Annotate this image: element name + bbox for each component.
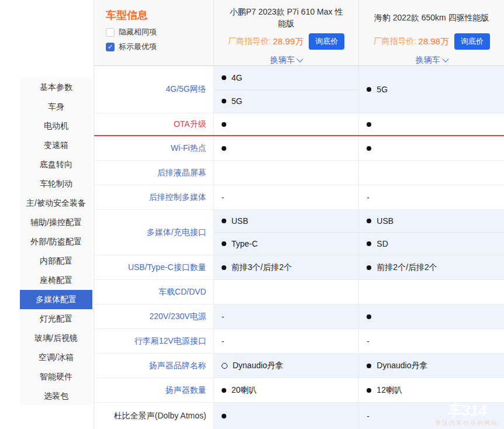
car2-value-cell (358, 136, 504, 160)
table-row: 杜比全景声(Dolby Atmos)- (94, 403, 504, 429)
car1-price-line: 厂商指导价: 28.99万 询底价 (228, 33, 344, 50)
car1-value-cell: 20喇叭 (213, 378, 359, 402)
car2-value-cell (358, 280, 504, 304)
car2-value-cell: 12喇叭 (358, 378, 504, 402)
sidebar-item[interactable]: 选装包 (20, 386, 92, 406)
checkbox-checked-icon[interactable] (106, 43, 115, 51)
sidebar-item[interactable]: 空调/冰箱 (20, 348, 92, 367)
car1-value-cell: - (213, 185, 359, 209)
table-row: 行李厢12V电源接口-- (94, 329, 504, 354)
value-text: 12喇叭 (377, 385, 402, 396)
value-item: - (359, 329, 504, 353)
value-item: 5G (359, 66, 504, 113)
value-item: 前排2个/后排2个 (359, 255, 504, 279)
row-label[interactable]: USB/Type-C接口数量 (94, 255, 213, 279)
car2-value-cell: 5G (358, 66, 504, 113)
row-label[interactable]: 行李厢12V电源接口 (94, 329, 213, 353)
value-item: USB (359, 210, 504, 232)
filled-dot-icon (222, 414, 226, 418)
car1-value-cell (213, 136, 359, 160)
value-text: 4G (232, 73, 243, 82)
filled-dot-icon (367, 241, 371, 246)
table-header: 车型信息 隐藏相同项 标示最优项 小鹏P7 2023款 P7i 610 Max … (94, 0, 504, 66)
compare-position-line (94, 135, 504, 136)
table-row: USB/Type-C接口数量前排3个/后排2个前排2个/后排2个 (94, 255, 504, 280)
value-item: Dynaudio丹拿 (214, 354, 359, 378)
car2-value-cell (358, 161, 504, 185)
row-label: 杜比全景声(Dolby Atmos) (94, 403, 213, 429)
sidebar-item[interactable]: 外部/防盗配置 (20, 232, 92, 251)
sidebar-item[interactable]: 内部配置 (20, 251, 92, 271)
sidebar-item[interactable]: 辅助/操控配置 (20, 213, 92, 232)
car1-value-cell: - (213, 305, 359, 328)
sidebar-item[interactable]: 主/被动安全装备 (20, 193, 92, 213)
filled-dot-icon (222, 219, 226, 223)
table-row: 4G/5G网络4G5G5G (94, 66, 504, 113)
row-label[interactable]: 扬声器品牌名称 (94, 354, 213, 378)
sidebar-item[interactable]: 底盘转向 (20, 155, 92, 174)
row-label[interactable]: 4G/5G网络 (94, 66, 213, 113)
row-label[interactable]: Wi-Fi热点 (94, 136, 213, 160)
sidebar-item[interactable]: 电动机 (20, 116, 92, 136)
car2-switch-link[interactable]: 换辆车 (416, 55, 448, 65)
mark-best-checkbox-row[interactable]: 标示最优项 (106, 41, 213, 52)
filled-dot-icon (222, 75, 226, 80)
value-item: - (214, 185, 359, 209)
value-item (214, 403, 359, 429)
row-label[interactable]: 后排液晶屏幕 (94, 161, 213, 185)
value-text: Dynaudio丹拿 (377, 361, 427, 371)
value-text: 5G (232, 96, 243, 106)
hide-same-label: 隐藏相同项 (119, 27, 157, 37)
value-text: - (367, 411, 370, 421)
sidebar-item[interactable]: 车身 (20, 97, 92, 116)
car2-value-cell: Dynaudio丹拿 (358, 354, 504, 378)
sidebar-item[interactable]: 车轮制动 (20, 174, 92, 193)
value-item: - (214, 305, 359, 328)
car2-value-cell: - (358, 185, 504, 209)
table-row: 后排控制多媒体-- (94, 185, 504, 210)
car2-value-cell (358, 113, 504, 136)
hide-same-checkbox-row[interactable]: 隐藏相同项 (106, 27, 213, 37)
value-item: - (214, 329, 359, 353)
car1-value-cell: 4G5G (213, 66, 359, 113)
sidebar-item[interactable]: 基本参数 (20, 78, 92, 97)
value-item: 12喇叭 (359, 378, 504, 402)
sidebar-item[interactable]: 变速箱 (20, 136, 92, 155)
sidebar-item[interactable]: 智能硬件 (20, 367, 92, 386)
row-label[interactable]: 220V/230V电源 (94, 305, 213, 328)
table-row: 扬声器数量20喇叭12喇叭 (94, 378, 504, 403)
value-text: 前排3个/后排2个 (232, 262, 292, 273)
row-label[interactable]: 扬声器数量 (94, 378, 213, 402)
value-text: 5G (377, 85, 388, 94)
car1-value-cell (213, 403, 359, 429)
car1-switch-link[interactable]: 换辆车 (270, 55, 302, 65)
checkbox-unchecked-icon[interactable] (106, 28, 115, 37)
value-item (214, 136, 359, 160)
filled-dot-icon (222, 388, 226, 393)
car2-inquiry-button[interactable]: 询底价 (454, 33, 490, 50)
value-item: USB (214, 210, 359, 232)
row-label[interactable]: 后排控制多媒体 (94, 185, 213, 209)
sidebar-item[interactable]: 灯光配置 (20, 309, 92, 328)
car2-price-line: 厂商指导价: 28.98万 询底价 (373, 33, 489, 50)
sidebar-item[interactable]: 座椅配置 (20, 271, 92, 290)
car1-value-cell (213, 113, 359, 136)
filled-dot-icon (367, 265, 371, 270)
value-text: - (222, 312, 225, 321)
car2-switch-label: 换辆车 (416, 55, 440, 65)
sidebar-item-selected[interactable]: 多媒体配置 (20, 290, 92, 309)
category-sidebar: 基本参数车身电动机变速箱底盘转向车轮制动主/被动安全装备辅助/操控配置外部/防盗… (20, 78, 92, 406)
row-label[interactable]: OTA升级 (94, 113, 213, 136)
car1-header: 小鹏P7 2023款 P7i 610 Max 性能版 厂商指导价: 28.99万… (213, 0, 359, 65)
value-text: Dynaudio丹拿 (233, 361, 284, 371)
sidebar-item[interactable]: 玻璃/后视镜 (20, 328, 92, 348)
car1-value-cell: 前排3个/后排2个 (213, 255, 359, 279)
car1-inquiry-button[interactable]: 询底价 (309, 33, 344, 50)
filled-dot-icon (222, 146, 226, 151)
table-body: 4G/5G网络4G5G5GOTA升级Wi-Fi热点后排液晶屏幕后排控制多媒体--… (94, 66, 504, 429)
value-item (359, 136, 504, 160)
row-label[interactable]: 多媒体/充电接口 (94, 210, 213, 255)
value-text: - (222, 337, 225, 346)
row-label[interactable]: 车载CD/DVD (94, 280, 213, 304)
value-item: Type-C (214, 232, 359, 255)
